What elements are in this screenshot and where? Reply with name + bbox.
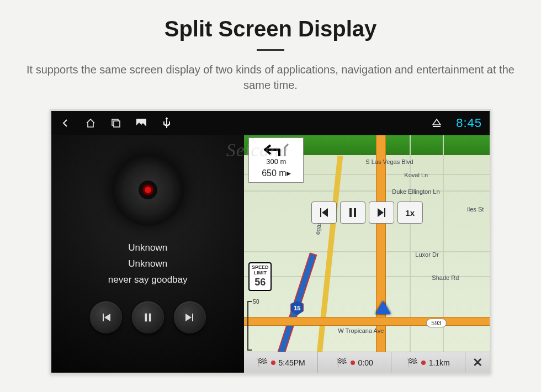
picture-icon[interactable] bbox=[135, 117, 147, 129]
turn-distance-secondary: 300 m bbox=[266, 157, 286, 166]
track-title: Unknown bbox=[108, 240, 188, 256]
svg-rect-4 bbox=[145, 313, 147, 321]
route-speed-button[interactable]: 1x bbox=[397, 202, 423, 224]
street-label: W Tropicana Ave bbox=[338, 327, 384, 334]
street-label: Luxor Dr bbox=[415, 251, 438, 258]
map-scale: 50 bbox=[247, 301, 258, 351]
recent-apps-icon[interactable] bbox=[110, 117, 122, 129]
home-icon[interactable] bbox=[84, 117, 97, 129]
route-next-button[interactable] bbox=[369, 202, 394, 224]
eject-icon[interactable] bbox=[431, 117, 443, 129]
street-label: Shade Rd bbox=[432, 274, 459, 281]
svg-rect-7 bbox=[354, 208, 356, 217]
turn-instruction-box: 300 m 650 m▸ bbox=[248, 137, 304, 183]
street-label: Duke Ellington Ln bbox=[392, 188, 439, 195]
svg-rect-6 bbox=[349, 208, 352, 217]
device-screenshot: 8:45 Seicane Unknown Unknown never say g… bbox=[50, 109, 491, 374]
speed-limit-sign: SPEED LIMIT 56 bbox=[248, 262, 272, 291]
page-title: Split Screen Display bbox=[0, 17, 541, 41]
street-label: Koval Ln bbox=[404, 172, 428, 178]
play-pause-button[interactable] bbox=[132, 301, 164, 333]
navigation-pane[interactable]: 300 m 650 m▸ S Las Vegas Blvd Koval Ln D… bbox=[244, 135, 490, 373]
route-prev-button[interactable] bbox=[311, 202, 337, 224]
street-label: S Las Vegas Blvd bbox=[365, 158, 413, 165]
svg-rect-3 bbox=[433, 126, 441, 127]
track-artist: Unknown bbox=[108, 256, 188, 272]
prev-track-button[interactable] bbox=[90, 301, 122, 333]
album-art-disc bbox=[112, 154, 184, 226]
nav-footer-bar: 🏁 5:45PM 🏁 0:00 🏁 1.1km ✕ bbox=[244, 352, 490, 373]
status-bar: 8:45 bbox=[51, 111, 490, 135]
route-playback-controls: 1x bbox=[311, 202, 423, 224]
player-controls bbox=[90, 301, 206, 333]
svg-rect-5 bbox=[149, 313, 151, 321]
road-main-horizontal bbox=[244, 317, 490, 325]
clock: 8:45 bbox=[456, 116, 482, 130]
track-metadata: Unknown Unknown never say goodbay bbox=[108, 240, 188, 288]
route-number-badge: 593 bbox=[426, 319, 446, 327]
title-underline bbox=[257, 49, 284, 51]
footer-duration[interactable]: 🏁 0:00 bbox=[318, 352, 392, 373]
svg-rect-1 bbox=[114, 121, 120, 127]
track-album: never say goodbay bbox=[108, 272, 188, 288]
turn-distance-primary: 650 m▸ bbox=[262, 168, 290, 178]
flag-icon: 🏁 bbox=[336, 357, 347, 368]
turn-left-icon bbox=[263, 142, 289, 157]
vehicle-cursor-icon bbox=[375, 301, 391, 314]
next-track-button[interactable] bbox=[174, 301, 206, 333]
road-main-vertical bbox=[376, 135, 385, 373]
music-player-pane: Seicane Unknown Unknown never say goodba… bbox=[51, 135, 244, 373]
flag-icon: 🏁 bbox=[407, 357, 418, 368]
street-label: iles St bbox=[467, 206, 484, 213]
flag-icon: 🏁 bbox=[257, 357, 268, 368]
usb-icon[interactable] bbox=[161, 117, 173, 129]
nav-close-button[interactable]: ✕ bbox=[465, 356, 490, 370]
footer-eta[interactable]: 🏁 5:45PM bbox=[244, 352, 318, 373]
route-pause-button[interactable] bbox=[340, 202, 365, 224]
footer-distance[interactable]: 🏁 1.1km bbox=[391, 352, 465, 373]
page-description: It supports the same screen display of t… bbox=[14, 62, 527, 93]
back-icon[interactable] bbox=[59, 117, 71, 129]
